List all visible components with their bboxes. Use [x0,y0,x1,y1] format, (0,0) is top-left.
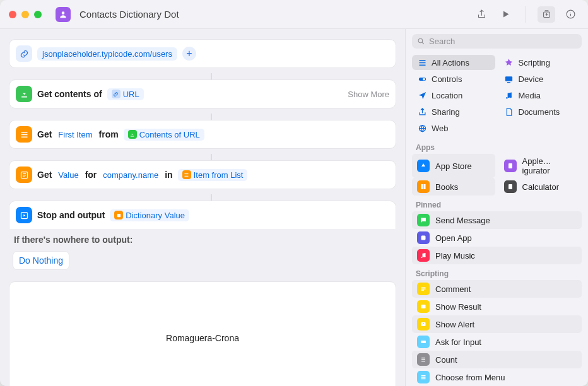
step-get-contents[interactable]: Get contents of URL Show More [9,79,396,108]
svg-point-8 [423,78,425,80]
cat-web[interactable]: Web [412,120,495,136]
actions-sidebar: Search All Actions Scripting Controls De… [405,29,588,386]
scripting-list: Comment Show Result Show Alert Ask for I… [406,280,588,386]
item-from-list-chip[interactable]: Item from List [178,169,248,181]
url-value[interactable]: jsonplaceholder.typicode.com/users [37,47,177,61]
first-item-param[interactable]: First Item [57,128,93,141]
get-contents-label: Get contents of [37,89,102,99]
step-stop-output[interactable]: Stop and output Dictionary Value [9,201,396,229]
section-pinned-label: Pinned [406,196,588,211]
add-url-button[interactable]: + [182,47,196,61]
section-apps-label: Apps [406,138,588,154]
action-show-alert[interactable]: Show Alert [412,315,582,333]
search-input[interactable]: Search [412,34,582,49]
cat-sharing[interactable]: Sharing [412,104,495,119]
action-play-music[interactable]: Play Music [412,247,582,264]
svg-point-16 [421,257,423,258]
app-calculator[interactable]: Calculator [499,178,582,196]
output-text: Romaguera-Crona [166,333,239,343]
info-button[interactable] [562,6,579,23]
output-preview: Romaguera-Crona [9,281,396,386]
svg-rect-18 [421,305,426,308]
svg-rect-9 [505,76,512,81]
in-label: in [165,170,172,180]
action-open-app[interactable]: Open App [412,229,582,247]
link-icon [16,45,32,62]
output-icon [16,207,32,223]
get-label: Get [37,129,52,139]
svg-rect-13 [509,163,512,168]
action-choose-menu[interactable]: Choose from Menu [412,368,582,386]
run-button[interactable] [497,6,514,23]
value-param[interactable]: Value [57,168,79,182]
svg-point-10 [506,97,508,99]
window-title: Contacts Dictionary Dot [79,9,179,20]
minimize-window[interactable] [21,11,29,18]
from-label: from [99,129,119,139]
stop-output-label: Stop and output [37,210,105,220]
apps-list: App Store Apple…igurator Books Calculato… [406,154,588,196]
do-nothing-option[interactable]: Do Nothing [13,251,69,270]
library-button[interactable] [538,6,555,23]
svg-rect-20 [421,341,426,343]
nowhere-label: If there's nowhere to output: [14,235,392,245]
nowhere-output: If there's nowhere to output: Do Nothing [9,229,396,276]
svg-rect-5 [117,213,121,216]
share-button[interactable] [473,6,490,23]
download-icon [16,86,32,102]
cat-documents[interactable]: Documents [499,104,582,119]
cat-device[interactable]: Device [499,71,582,86]
shortcuts-editor: Contacts Dictionary Dot jsonplaceholder.… [0,0,588,386]
window-controls [9,11,42,18]
dictionary-value-chip[interactable]: Dictionary Value [110,209,189,221]
svg-point-0 [62,11,65,15]
cat-scripting[interactable]: Scripting [499,55,582,70]
action-show-result[interactable]: Show Result [412,298,582,315]
svg-point-11 [510,96,512,98]
search-placeholder: Search [429,37,455,46]
svg-rect-15 [421,236,426,240]
app-configurator[interactable]: Apple…igurator [499,154,582,178]
category-grid: All Actions Scripting Controls Device Lo… [406,55,588,138]
action-send-message[interactable]: Send Message [412,211,582,229]
step-url[interactable]: jsonplaceholder.typicode.com/users + [9,39,396,68]
action-count[interactable]: Count [412,351,582,368]
dictionary-icon [16,167,32,183]
url-param[interactable]: URL [107,88,144,100]
get-label-2: Get [37,170,52,180]
pinned-list: Send Message Open App Play Music [406,211,588,264]
svg-rect-14 [509,184,512,189]
app-books[interactable]: Books [412,178,495,196]
contents-of-url-chip[interactable]: Contents of URL [124,129,204,141]
action-ask-input[interactable]: Ask for Input [412,333,582,351]
show-more[interactable]: Show More [348,90,389,99]
zoom-window[interactable] [34,11,42,18]
for-label: for [85,170,97,180]
section-scripting-label: Scripting [406,264,588,280]
action-comment[interactable]: Comment [412,280,582,298]
list-icon [16,126,32,143]
cat-media[interactable]: Media [499,88,582,103]
key-param[interactable]: company.name [102,168,160,182]
step-get-value[interactable]: Get Value for company.name in Item from … [9,160,396,189]
svg-point-17 [425,256,426,257]
svg-point-6 [418,38,423,42]
shortcut-icon [56,7,71,22]
workflow-canvas: jsonplaceholder.typicode.com/users + Get… [0,29,405,386]
cat-all-actions[interactable]: All Actions [412,55,495,70]
step-first-item[interactable]: Get First Item from Contents of URL [9,120,396,149]
app-appstore[interactable]: App Store [412,154,495,178]
close-window[interactable] [9,11,16,18]
cat-location[interactable]: Location [412,88,495,103]
titlebar: Contacts Dictionary Dot [0,0,588,29]
cat-controls[interactable]: Controls [412,71,495,86]
